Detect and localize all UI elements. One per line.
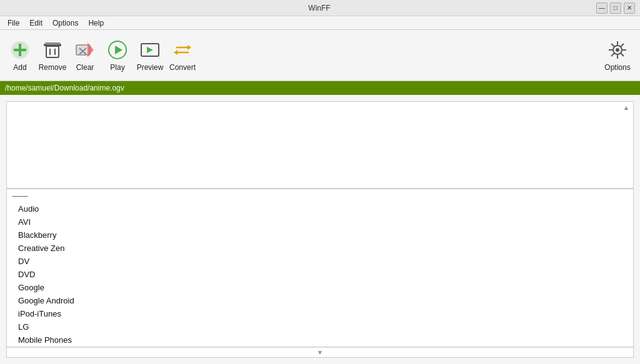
list-item[interactable]: Audio: [7, 202, 633, 215]
list-item[interactable]: AVI: [7, 215, 633, 229]
add-icon: [9, 39, 31, 61]
svg-rect-4: [45, 42, 60, 45]
list-item[interactable]: Google: [7, 281, 633, 294]
title-bar: WinFF — □ ✕: [0, 0, 640, 16]
list-item[interactable]: MPEG-4: [7, 347, 633, 347]
remove-label: Remove: [39, 63, 67, 72]
svg-line-26: [611, 53, 614, 56]
svg-marker-15: [188, 45, 191, 50]
minimize-button[interactable]: —: [596, 2, 608, 14]
add-button[interactable]: Add: [4, 34, 36, 77]
scroll-down-indicator: ▼: [7, 347, 633, 357]
svg-marker-12: [115, 46, 122, 54]
add-label: Add: [13, 63, 26, 72]
list-item[interactable]: Mobile Phones: [7, 333, 633, 347]
options-label: Options: [604, 63, 630, 72]
menu-item-help[interactable]: Help: [83, 17, 109, 29]
list-item[interactable]: Blackberry: [7, 229, 633, 242]
format-list-panel: ——AudioAVIBlackberryCreative ZenDVDVDGoo…: [6, 189, 634, 358]
clear-label: Clear: [76, 63, 94, 72]
svg-marker-16: [174, 50, 178, 55]
list-item[interactable]: iPod-iTunes: [7, 307, 633, 320]
svg-line-24: [621, 53, 624, 56]
remove-button[interactable]: Remove: [36, 34, 69, 77]
window-controls: — □ ✕: [596, 2, 635, 14]
convert-icon: [171, 39, 194, 61]
svg-point-18: [616, 48, 619, 52]
close-button[interactable]: ✕: [624, 2, 635, 14]
preview-button[interactable]: Preview: [134, 34, 166, 77]
main-area: ▲ ——AudioAVIBlackberryCreative ZenDVDVDG…: [0, 95, 640, 364]
list-item[interactable]: ——: [7, 189, 633, 202]
play-button[interactable]: Play: [101, 34, 134, 77]
menu-bar: FileEditOptionsHelp: [0, 16, 640, 30]
svg-rect-2: [14, 49, 26, 51]
list-item[interactable]: Google Android: [7, 294, 633, 307]
path-bar: /home/samuel/Download/anime.ogv: [0, 81, 640, 95]
play-icon: [106, 39, 129, 61]
menu-item-options[interactable]: Options: [48, 17, 83, 29]
list-item[interactable]: DVD: [7, 268, 633, 281]
format-list-wrapper[interactable]: ——AudioAVIBlackberryCreative ZenDVDVDGoo…: [7, 189, 633, 347]
menu-item-edit[interactable]: Edit: [24, 17, 48, 29]
preview-label: Preview: [137, 63, 164, 72]
clear-icon: [74, 39, 96, 61]
preview-icon: [139, 39, 161, 61]
menu-item-file[interactable]: File: [2, 17, 24, 29]
list-item[interactable]: Creative Zen: [7, 242, 633, 255]
svg-line-23: [611, 44, 614, 47]
list-item[interactable]: DV: [7, 255, 633, 268]
toolbar: Add Remove Clear Play: [0, 30, 640, 81]
list-item[interactable]: LG: [7, 320, 633, 333]
svg-rect-5: [46, 46, 59, 57]
options-button[interactable]: Options: [599, 34, 636, 77]
remove-icon: [41, 39, 64, 61]
window-title: WinFF: [42, 4, 596, 12]
restore-button[interactable]: □: [610, 2, 621, 14]
play-label: Play: [110, 63, 124, 72]
file-list-area[interactable]: ▲: [6, 101, 634, 189]
clear-button[interactable]: Clear: [69, 34, 101, 77]
svg-marker-14: [147, 47, 153, 53]
current-path: /home/samuel/Download/anime.ogv: [5, 84, 124, 92]
scroll-up-indicator: ▲: [623, 104, 629, 111]
options-icon: [606, 39, 629, 61]
svg-line-25: [621, 44, 624, 47]
convert-label: Convert: [169, 63, 196, 72]
convert-button[interactable]: Convert: [166, 34, 199, 77]
